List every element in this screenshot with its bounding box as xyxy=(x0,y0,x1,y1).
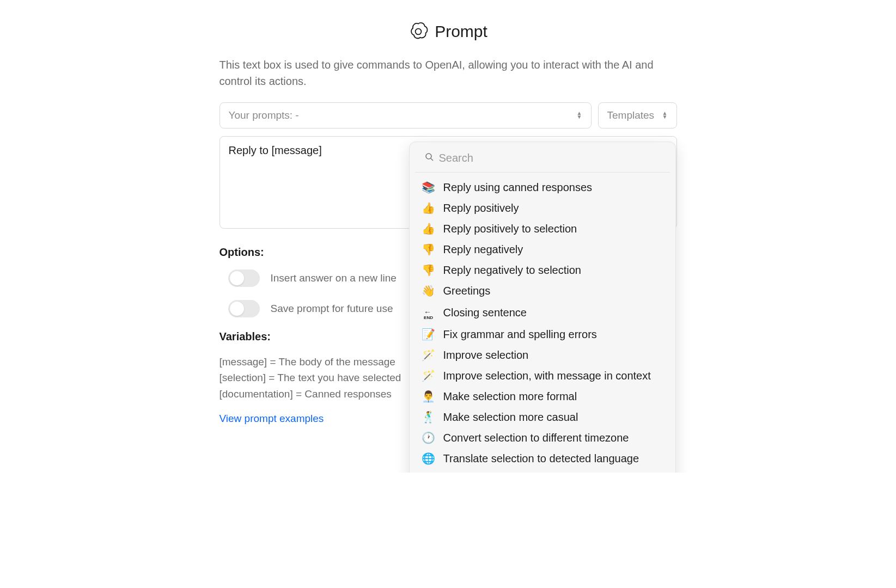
template-item[interactable]: 👍Reply positively to selection xyxy=(410,218,675,239)
template-emoji-icon: 🕺 xyxy=(422,411,436,424)
template-emoji-icon: 🌐 xyxy=(422,452,436,465)
toggle-knob xyxy=(230,271,244,285)
insert-newline-label: Insert answer on a new line xyxy=(271,272,397,284)
template-emoji-icon: 🪄 xyxy=(422,369,436,382)
svg-point-1 xyxy=(426,154,431,159)
chevron-updown-icon: ▲▼ xyxy=(662,112,668,119)
save-prompt-label: Save prompt for future use xyxy=(271,303,393,315)
dialog-title: Prompt xyxy=(435,22,487,41)
template-emoji-icon: 🕐 xyxy=(422,431,436,444)
chevron-updown-icon: ▲▼ xyxy=(577,112,582,119)
template-item-label: Reply positively xyxy=(443,202,519,215)
toggle-knob xyxy=(230,302,244,316)
templates-label: Templates xyxy=(607,109,655,121)
template-emoji-icon: 🪄 xyxy=(422,348,436,362)
svg-point-0 xyxy=(416,29,422,35)
dialog-description: This text box is used to give commands t… xyxy=(220,57,677,89)
dialog-header: Prompt xyxy=(220,22,677,41)
template-emoji-icon: 👎 xyxy=(422,264,436,277)
templates-dropdown: 📚Reply using canned responses👍Reply posi… xyxy=(409,142,676,473)
template-item-label: Reply positively to selection xyxy=(443,223,577,235)
template-item[interactable]: 📝Fix grammar and spelling errors xyxy=(410,324,675,345)
your-prompts-select[interactable]: Your prompts: - ▲▼ xyxy=(220,102,592,128)
template-item-label: Reply negatively to selection xyxy=(443,264,581,277)
template-item[interactable]: 🪄Improve selection, with message in cont… xyxy=(410,365,675,386)
template-emoji-icon: 👍 xyxy=(422,201,436,215)
template-emoji-icon: 👎 xyxy=(422,243,436,256)
template-item[interactable]: 🌐Translate selection to detected languag… xyxy=(410,448,675,469)
template-emoji-icon: 📚 xyxy=(422,181,436,194)
template-item-label: Convert selection to different timezone xyxy=(443,432,629,444)
template-item-label: Improve selection xyxy=(443,349,529,362)
template-item-label: Translate selection to detected language xyxy=(443,452,639,465)
templates-select[interactable]: Templates ▲▼ xyxy=(598,102,677,128)
template-item[interactable]: 🕐Convert selection to different timezone xyxy=(410,427,675,448)
template-emoji-icon: 👨‍💼 xyxy=(422,390,436,403)
template-item[interactable]: 👎Reply negatively xyxy=(410,239,675,260)
template-item-label: Reply using canned responses xyxy=(443,181,593,194)
template-item-label: Reply negatively xyxy=(443,243,523,256)
search-icon xyxy=(425,152,434,164)
template-search-input[interactable] xyxy=(439,152,660,164)
template-item-label: Greetings xyxy=(443,285,491,297)
view-examples-link[interactable]: View prompt examples xyxy=(220,413,324,424)
template-emoji-icon: 👍 xyxy=(422,222,436,235)
template-item[interactable]: 🕺Make selection more casual xyxy=(410,407,675,427)
template-item[interactable]: 🌐Translate selection to specific languag… xyxy=(410,469,675,473)
your-prompts-label: Your prompts: - xyxy=(229,109,299,121)
template-item[interactable]: 🪄Improve selection xyxy=(410,345,675,365)
template-search-row xyxy=(415,149,670,173)
svg-line-2 xyxy=(431,158,433,161)
template-item[interactable]: 📚Reply using canned responses xyxy=(410,177,675,198)
insert-newline-toggle[interactable] xyxy=(228,270,260,287)
openai-icon xyxy=(409,22,428,41)
template-emoji-icon: 👋 xyxy=(422,284,436,297)
template-item-label: Improve selection, with message in conte… xyxy=(443,370,651,382)
template-item-label: Make selection more formal xyxy=(443,390,577,403)
template-item-label: Fix grammar and spelling errors xyxy=(443,328,597,341)
template-item[interactable]: 👋Greetings xyxy=(410,280,675,301)
template-list: 📚Reply using canned responses👍Reply posi… xyxy=(410,177,675,473)
template-item[interactable]: 👍Reply positively xyxy=(410,198,675,218)
template-item-label: Make selection more casual xyxy=(443,411,578,424)
template-item-label: Closing sentence xyxy=(443,307,527,319)
selectors-row: Your prompts: - ▲▼ Templates ▲▼ xyxy=(220,102,677,128)
template-emoji-icon: ←END xyxy=(422,305,436,320)
template-emoji-icon: 📝 xyxy=(422,328,436,341)
template-item[interactable]: 👎Reply negatively to selection xyxy=(410,260,675,280)
prompt-dialog: Prompt This text box is used to give com… xyxy=(220,22,677,473)
template-item[interactable]: 👨‍💼Make selection more formal xyxy=(410,386,675,407)
template-item[interactable]: ←ENDClosing sentence xyxy=(410,301,675,324)
save-prompt-toggle[interactable] xyxy=(228,300,260,317)
